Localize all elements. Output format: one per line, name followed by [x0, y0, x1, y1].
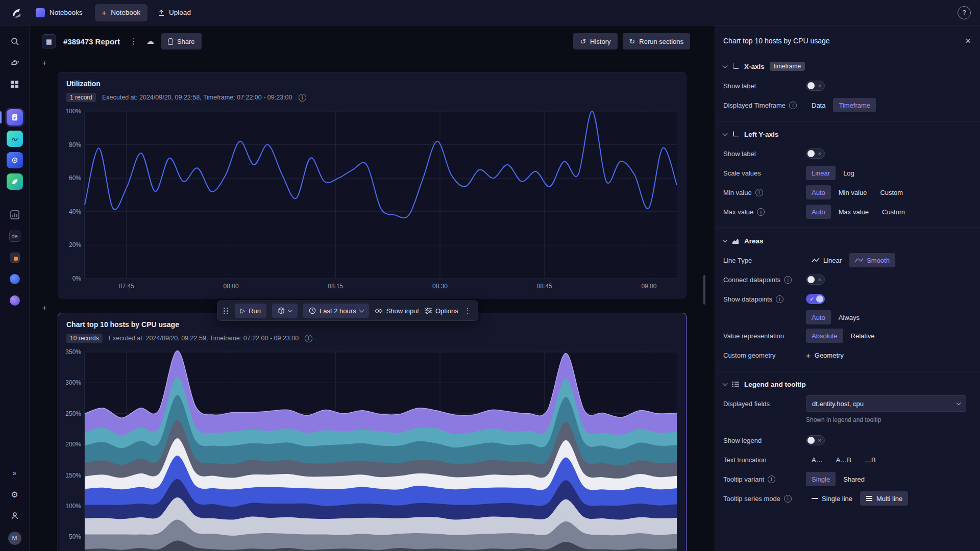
option-timeframe[interactable]: Timeframe: [833, 98, 876, 112]
option-tooltip-single[interactable]: Single: [806, 472, 836, 486]
app-icon-chart[interactable]: [7, 207, 22, 222]
chevron-down-icon: [957, 400, 961, 405]
dynatrace-logo[interactable]: [9, 6, 23, 20]
record-type-dropdown[interactable]: [272, 304, 298, 318]
dev-badge-icon[interactable]: de: [7, 229, 22, 244]
history-button[interactable]: ↺ History: [573, 33, 617, 49]
avatar[interactable]: M: [8, 532, 21, 545]
option-log-scale[interactable]: Log: [838, 166, 860, 180]
y-axis-show-label-toggle[interactable]: ×: [806, 148, 825, 159]
app-icon-blue[interactable]: [7, 152, 23, 168]
option-absolute[interactable]: Absolute: [806, 329, 843, 343]
option-single-line[interactable]: Single line: [806, 491, 858, 506]
option-truncate-end[interactable]: A…: [806, 453, 828, 467]
toggle-off-icon: ×: [818, 149, 821, 158]
notebooks-app-link[interactable]: Notebooks: [36, 8, 83, 17]
y-axis-section-header[interactable]: Left Y-axis: [723, 126, 972, 143]
utilization-line-chart[interactable]: 07:4508:0008:1508:3008:4509:000%20%40%60…: [64, 107, 680, 294]
option-smooth-line[interactable]: Smooth: [849, 253, 895, 267]
run-button[interactable]: ▷ Run: [235, 304, 266, 318]
timeframe-label: Last 2 hours: [320, 307, 356, 315]
notebooks-app-icon[interactable]: [7, 109, 23, 126]
option-datapoints-always[interactable]: Always: [833, 310, 865, 324]
legend-section-header[interactable]: Legend and tooltip: [723, 375, 972, 393]
section-utilization[interactable]: Utilization 1 record Executed at: 2024/0…: [58, 72, 687, 298]
info-icon[interactable]: i: [768, 475, 775, 483]
account-icon[interactable]: [7, 508, 22, 523]
max-value-row: Max valuei Auto Max value Custom: [723, 202, 972, 221]
info-icon[interactable]: i: [784, 276, 792, 284]
option-min-custom[interactable]: Custom: [874, 185, 909, 199]
timeframe-dropdown[interactable]: Last 2 hours: [303, 304, 369, 318]
observability-globe-icon[interactable]: [7, 55, 22, 70]
add-section-button[interactable]: +: [39, 302, 50, 313]
info-icon[interactable]: i: [789, 102, 797, 109]
tooltip-series-mode-label: Tooltip series mode: [723, 495, 780, 503]
toggle-off-icon: ×: [818, 436, 821, 445]
history-label: History: [590, 38, 610, 45]
option-min-value[interactable]: Min value: [833, 185, 873, 199]
x-axis-show-label-toggle[interactable]: ×: [806, 81, 825, 91]
apps-grid-icon[interactable]: [7, 77, 22, 92]
dynatrace-logo-glyph: [10, 7, 22, 19]
option-max-custom[interactable]: Custom: [876, 205, 911, 219]
option-truncate-middle[interactable]: A…B: [830, 453, 857, 467]
option-relative[interactable]: Relative: [845, 329, 880, 343]
notebook-grid-icon-button[interactable]: ▦: [42, 34, 56, 48]
info-icon[interactable]: i: [784, 495, 792, 503]
displayed-timeframe-row: Displayed Timeframei Data Timeframe: [723, 95, 972, 115]
rerun-icon: ↻: [629, 37, 635, 45]
search-icon[interactable]: [7, 34, 22, 49]
app-icon-orange[interactable]: [7, 250, 22, 265]
options-button[interactable]: Options: [425, 307, 458, 315]
drag-handle-icon[interactable]: [224, 308, 228, 314]
settings-gear-icon[interactable]: ⚙: [7, 487, 22, 502]
kebab-menu-icon[interactable]: ⋮: [128, 35, 139, 48]
single-line-icon: [812, 498, 818, 499]
displayed-fields-select[interactable]: dt.entity.host, cpu: [806, 395, 966, 412]
play-icon: ▷: [240, 307, 245, 314]
show-legend-toggle[interactable]: ×: [806, 435, 825, 445]
app-icon-teal[interactable]: [7, 131, 23, 147]
connect-datapoints-toggle[interactable]: ×: [806, 274, 825, 285]
share-button[interactable]: Share: [161, 33, 202, 49]
option-tooltip-shared[interactable]: Shared: [838, 472, 870, 486]
left-rail: de » ⚙ M: [0, 26, 30, 551]
info-icon[interactable]: i: [305, 335, 312, 342]
option-min-auto[interactable]: Auto: [806, 185, 831, 199]
app-icon-blue-circle[interactable]: [7, 271, 22, 287]
x-axis-section-header[interactable]: X-axis timeframe: [723, 58, 972, 75]
max-value-label: Max value: [723, 208, 753, 216]
info-icon[interactable]: i: [299, 94, 306, 102]
app-icon-purple-circle[interactable]: [7, 293, 22, 308]
info-icon[interactable]: i: [776, 295, 783, 303]
option-datapoints-auto[interactable]: Auto: [806, 310, 831, 324]
help-button[interactable]: ?: [958, 6, 971, 19]
show-input-button[interactable]: Show input: [375, 307, 419, 315]
option-truncate-start[interactable]: …B: [859, 453, 881, 467]
app-icon-green[interactable]: [7, 173, 23, 190]
close-icon[interactable]: ×: [965, 36, 971, 45]
scrollbar-thumb[interactable]: [703, 275, 705, 305]
areas-section-header[interactable]: Areas: [723, 232, 972, 249]
add-geometry-button[interactable]: + Geometry: [806, 351, 844, 360]
option-max-auto[interactable]: Auto: [806, 205, 831, 219]
cpu-stacked-area-chart[interactable]: 50%100%150%200%250%300%350%: [64, 348, 680, 551]
expand-rail-icon[interactable]: »: [7, 465, 22, 481]
option-multi-line[interactable]: Multi line: [860, 491, 908, 506]
rerun-sections-button[interactable]: ↻ Rerun sections: [623, 33, 690, 49]
section-cpu-chart[interactable]: Chart top 10 hosts by CPU usage 10 recor…: [58, 313, 687, 551]
option-linear-scale[interactable]: Linear: [806, 166, 836, 180]
add-section-button[interactable]: +: [39, 57, 50, 68]
section-kebab-menu[interactable]: ⋮: [464, 306, 472, 315]
upload-button[interactable]: Upload: [158, 9, 191, 16]
option-max-value[interactable]: Max value: [833, 205, 874, 219]
tab-notebook-label: Notebook: [111, 9, 140, 16]
show-datapoints-toggle[interactable]: ✓: [806, 294, 825, 304]
info-icon[interactable]: i: [755, 189, 763, 196]
option-data[interactable]: Data: [806, 98, 831, 112]
option-linear-line[interactable]: Linear: [806, 253, 847, 267]
info-icon[interactable]: i: [757, 208, 765, 216]
tab-notebook[interactable]: + Notebook: [95, 4, 148, 21]
chevron-down-icon: [288, 308, 293, 313]
